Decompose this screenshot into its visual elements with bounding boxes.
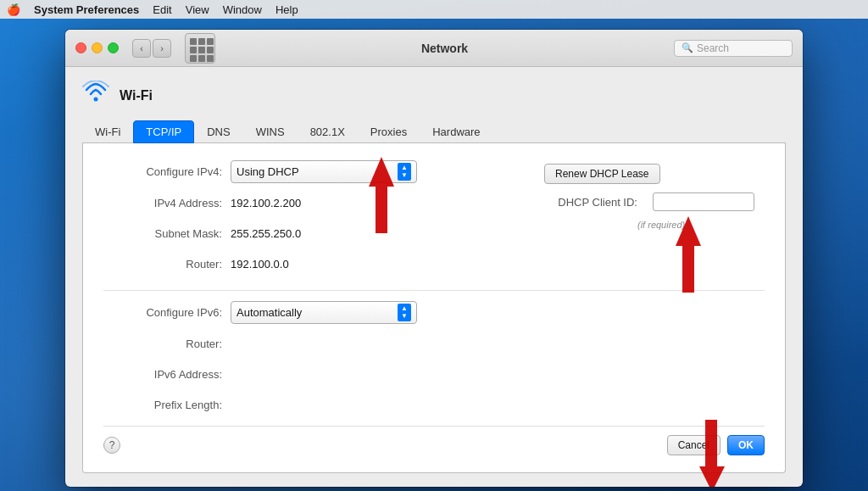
subnet-mask-row: Subnet Mask: 255.255.250.0 xyxy=(103,222,527,244)
router-row: Router: 192.100.0.0 xyxy=(103,253,527,275)
traffic-lights xyxy=(75,42,119,53)
prefix-length-label: Prefix Length: xyxy=(103,399,222,411)
ipv6-address-row: IPv6 Address: xyxy=(103,363,765,385)
prefix-length-row: Prefix Length: xyxy=(103,393,765,416)
search-bar[interactable]: 🔍 Search xyxy=(674,40,793,57)
tab-wifi[interactable]: Wi-Fi xyxy=(82,120,133,143)
bottom-buttons: Cancel OK xyxy=(667,435,765,455)
configure-ipv4-row: Configure IPv4: Using DHCP ▲ ▼ xyxy=(103,160,527,183)
ipv6-section: Configure IPv6: Automatically ▲ ▼ Router… xyxy=(103,290,765,416)
ipv4-address-label: IPv4 Address: xyxy=(103,197,222,209)
ipv6-arrow-up-icon: ▲ xyxy=(401,305,408,312)
svg-point-0 xyxy=(94,98,98,102)
cancel-button[interactable]: Cancel xyxy=(667,435,721,455)
nav-buttons: ‹ › xyxy=(132,39,171,58)
search-icon: 🔍 xyxy=(682,42,693,53)
configure-ipv4-label: Configure IPv4: xyxy=(103,165,222,178)
ipv4-address-row: IPv4 Address: 192.100.2.200 xyxy=(103,192,527,214)
configure-ipv4-select[interactable]: Using DHCP ▲ ▼ xyxy=(231,160,417,183)
ipv6-router-row: Router: xyxy=(103,332,765,354)
ipv4-right: Renew DHCP Lease DHCP Client ID: (if req… xyxy=(544,160,765,283)
configure-ipv4-value: Using DHCP xyxy=(236,165,299,178)
ipv6-address-label: IPv6 Address: xyxy=(103,368,222,381)
bottom-bar: ? Cancel OK xyxy=(103,426,765,455)
menubar-help[interactable]: Help xyxy=(275,3,298,16)
menubar: 🍎 System Preferences Edit View Window He… xyxy=(0,0,868,19)
grid-button[interactable] xyxy=(185,33,215,64)
select-arrows-icon: ▲ ▼ xyxy=(398,163,411,181)
tabs: Wi-Fi TCP/IP DNS WINS 802.1X Proxies Har… xyxy=(82,120,786,143)
tab-8021x[interactable]: 802.1X xyxy=(298,120,358,143)
menubar-view[interactable]: View xyxy=(186,3,209,16)
menubar-window[interactable]: Window xyxy=(223,3,262,16)
search-placeholder: Search xyxy=(697,42,729,54)
arrow-down-icon: ▼ xyxy=(401,172,408,179)
dhcp-client-id-row: DHCP Client ID: xyxy=(544,192,765,211)
panel: Configure IPv4: Using DHCP ▲ ▼ IPv4 Addr… xyxy=(82,143,786,473)
wifi-icon xyxy=(82,81,109,110)
tab-tcpip[interactable]: TCP/IP xyxy=(133,120,194,143)
tab-hardware[interactable]: Hardware xyxy=(420,120,492,143)
configure-ipv6-row: Configure IPv6: Automatically ▲ ▼ xyxy=(103,301,765,324)
router-value: 192.100.0.0 xyxy=(231,258,289,271)
forward-button[interactable]: › xyxy=(153,39,171,58)
ipv6-router-label: Router: xyxy=(103,338,222,350)
subnet-mask-value: 255.255.250.0 xyxy=(231,227,301,240)
tab-dns[interactable]: DNS xyxy=(194,120,242,143)
subnet-mask-label: Subnet Mask: xyxy=(103,227,222,240)
ipv4-address-value: 192.100.2.200 xyxy=(231,197,301,209)
back-button[interactable]: ‹ xyxy=(132,39,151,58)
arrow-up-icon: ▲ xyxy=(401,165,408,171)
ipv4-section: Configure IPv4: Using DHCP ▲ ▼ IPv4 Addr… xyxy=(103,160,765,283)
ok-button[interactable]: OK xyxy=(727,435,765,455)
content-area: Wi-Fi Wi-Fi TCP/IP DNS WINS 802.1X Proxi… xyxy=(65,67,803,487)
if-required-text: (if required) xyxy=(637,220,685,230)
ipv4-left: Configure IPv4: Using DHCP ▲ ▼ IPv4 Addr… xyxy=(103,160,527,283)
apple-menu[interactable]: 🍎 xyxy=(7,3,20,16)
window-title: Network xyxy=(222,42,667,55)
help-button[interactable]: ? xyxy=(103,437,120,454)
menubar-edit[interactable]: Edit xyxy=(153,3,171,16)
maximize-button[interactable] xyxy=(108,42,119,53)
ipv6-arrow-down-icon: ▼ xyxy=(401,313,408,320)
router-label: Router: xyxy=(103,258,222,271)
tab-proxies[interactable]: Proxies xyxy=(358,120,420,143)
dhcp-client-id-label: DHCP Client ID: xyxy=(544,196,637,209)
titlebar: ‹ › Network 🔍 Search xyxy=(65,30,803,67)
close-button[interactable] xyxy=(75,42,86,53)
tab-wins[interactable]: WINS xyxy=(243,120,298,143)
menubar-system-preferences[interactable]: System Preferences xyxy=(34,3,139,16)
configure-ipv6-label: Configure IPv6: xyxy=(103,306,222,319)
dhcp-client-id-input[interactable] xyxy=(653,192,754,211)
ipv6-select-arrows-icon: ▲ ▼ xyxy=(398,304,411,321)
minimize-button[interactable] xyxy=(92,42,103,53)
wifi-label: Wi-Fi xyxy=(120,88,153,103)
renew-dhcp-button[interactable]: Renew DHCP Lease xyxy=(544,164,660,184)
network-window: ‹ › Network 🔍 Search xyxy=(65,30,803,487)
wifi-header: Wi-Fi xyxy=(82,81,786,110)
configure-ipv6-value: Automatically xyxy=(236,306,302,319)
configure-ipv6-select[interactable]: Automatically ▲ ▼ xyxy=(231,301,417,324)
